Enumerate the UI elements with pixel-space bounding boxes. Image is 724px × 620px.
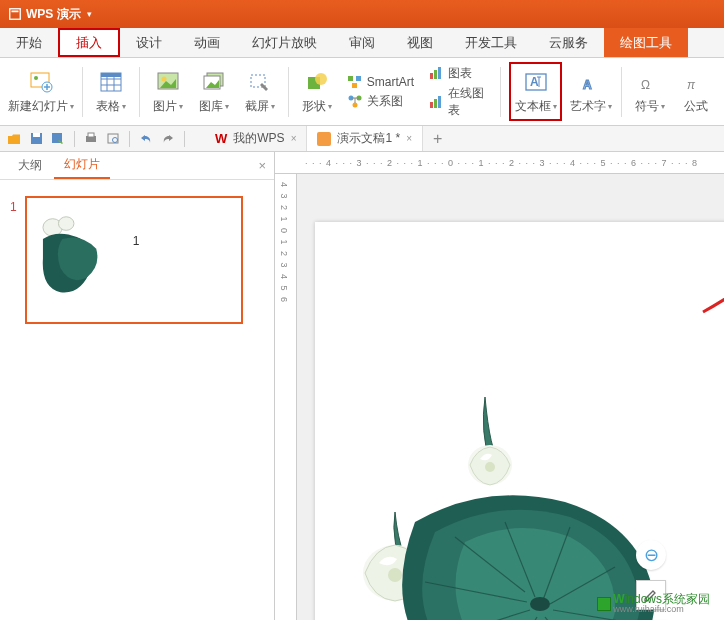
collapse-icon[interactable]: ⊖ xyxy=(636,540,666,570)
svg-rect-12 xyxy=(101,73,121,77)
relation-label: 关系图 xyxy=(367,93,403,110)
svg-text:Ω: Ω xyxy=(641,78,650,92)
picture-label: 图片 xyxy=(153,98,177,115)
tab-review[interactable]: 审阅 xyxy=(333,28,391,57)
chart-button[interactable]: 图表 xyxy=(428,65,488,82)
onlinechart-label: 在线图表 xyxy=(448,85,488,119)
ribbon-group-charts: SmartArt 关系图 xyxy=(343,74,418,110)
picture-button[interactable]: 图片▾ xyxy=(148,66,188,117)
gallery-button[interactable]: 图库▾ xyxy=(194,66,234,117)
separator xyxy=(621,67,622,117)
presentation-icon xyxy=(317,132,331,146)
screenshot-icon xyxy=(246,68,274,96)
lotus-image[interactable] xyxy=(345,392,675,620)
relation-icon xyxy=(347,93,363,109)
doctab-presentation[interactable]: 演示文稿1 * × xyxy=(307,126,423,151)
textbox-button[interactable]: A 文本框▾ xyxy=(509,62,562,121)
svg-point-56 xyxy=(530,597,550,611)
tab-slideshow[interactable]: 幻灯片放映 xyxy=(236,28,333,57)
svg-rect-34 xyxy=(434,99,437,108)
saveas-icon[interactable] xyxy=(50,131,66,147)
separator xyxy=(500,67,501,117)
relation-button[interactable]: 关系图 xyxy=(347,93,414,110)
title-dropdown-icon[interactable]: ▾ xyxy=(87,9,92,19)
svg-point-21 xyxy=(315,73,327,85)
symbol-icon: Ω xyxy=(636,68,664,96)
svg-rect-0 xyxy=(10,9,21,20)
work-area: 大纲 幻灯片 × 1 1 · · · 4 · · · 3 · · · 2 · xyxy=(0,152,724,620)
separator xyxy=(129,131,130,147)
svg-point-51 xyxy=(58,217,73,231)
shape-button[interactable]: 形状▾ xyxy=(297,66,337,117)
textbox-icon: A xyxy=(522,68,550,96)
new-tab-button[interactable]: + xyxy=(423,130,452,148)
tab-dev[interactable]: 开发工具 xyxy=(449,28,533,57)
table-label: 表格 xyxy=(96,98,120,115)
tab-start[interactable]: 开始 xyxy=(0,28,58,57)
new-slide-icon xyxy=(27,68,55,96)
svg-rect-22 xyxy=(348,76,353,81)
tab-view[interactable]: 视图 xyxy=(391,28,449,57)
tab-design[interactable]: 设计 xyxy=(120,28,178,57)
svg-rect-33 xyxy=(430,102,433,108)
doctab-mywps-label: 我的WPS xyxy=(233,130,284,147)
wps-icon: W xyxy=(215,131,227,146)
app-title: WPS 演示 xyxy=(26,6,81,23)
formula-button[interactable]: π 公式 xyxy=(676,66,716,117)
separator xyxy=(139,67,140,117)
slides-tab[interactable]: 幻灯片 xyxy=(54,152,110,179)
screenshot-label: 截屏 xyxy=(245,98,269,115)
open-icon[interactable] xyxy=(6,131,22,147)
gallery-icon xyxy=(200,68,228,96)
tab-draw[interactable]: 绘图工具 xyxy=(604,28,688,57)
quick-access-toolbar: W 我的WPS × 演示文稿1 * × + xyxy=(0,126,724,152)
undo-icon[interactable] xyxy=(138,131,154,147)
ribbon-group-charts2: 图表 在线图表 xyxy=(424,65,492,119)
svg-rect-44 xyxy=(33,133,40,137)
svg-rect-30 xyxy=(430,73,433,79)
separator xyxy=(74,131,75,147)
close-icon[interactable]: × xyxy=(406,133,412,144)
title-bar: WPS 演示 ▾ xyxy=(0,0,724,28)
save-icon[interactable] xyxy=(28,131,44,147)
svg-rect-35 xyxy=(438,96,441,108)
new-slide-button[interactable]: 新建幻灯片▾ xyxy=(8,66,74,117)
print-icon[interactable] xyxy=(83,131,99,147)
svg-point-3 xyxy=(34,76,38,80)
tab-anim[interactable]: 动画 xyxy=(178,28,236,57)
slide-thumbnail[interactable]: 1 xyxy=(25,196,243,324)
close-icon[interactable]: × xyxy=(291,133,297,144)
svg-rect-31 xyxy=(434,70,437,79)
chart-icon xyxy=(428,65,444,81)
tab-insert[interactable]: 插入 xyxy=(58,28,120,57)
onlinechart-button[interactable]: 在线图表 xyxy=(428,85,488,119)
svg-point-49 xyxy=(113,138,118,143)
tab-cloud[interactable]: 云服务 xyxy=(533,28,604,57)
doctab-mywps[interactable]: W 我的WPS × xyxy=(205,126,307,151)
wordart-button[interactable]: A 艺术字▾ xyxy=(568,66,613,117)
formula-icon: π xyxy=(682,68,710,96)
symbol-button[interactable]: Ω 符号▾ xyxy=(630,66,670,117)
outline-tab[interactable]: 大纲 xyxy=(8,153,52,178)
separator xyxy=(82,67,83,117)
svg-rect-32 xyxy=(438,67,441,79)
picture-icon xyxy=(154,68,182,96)
smartart-button[interactable]: SmartArt xyxy=(347,74,414,90)
doctab-pres-label: 演示文稿1 * xyxy=(337,130,400,147)
slide-panel: 大纲 幻灯片 × 1 1 xyxy=(0,152,275,620)
thumbnail-inner-number: 1 xyxy=(133,234,140,248)
svg-point-53 xyxy=(485,462,495,472)
screenshot-button[interactable]: 截屏▾ xyxy=(240,66,280,117)
separator xyxy=(184,131,185,147)
horizontal-ruler: · · · 4 · · · 3 · · · 2 · · · 1 · · · 0 … xyxy=(275,152,724,174)
table-icon xyxy=(97,68,125,96)
preview-icon[interactable] xyxy=(105,131,121,147)
separator xyxy=(288,67,289,117)
redo-icon[interactable] xyxy=(160,131,176,147)
watermark-url: www.ruihaifu.com xyxy=(613,605,710,614)
svg-rect-23 xyxy=(356,76,361,81)
thumbnail-list: 1 1 xyxy=(0,180,274,620)
svg-text:π: π xyxy=(687,78,696,92)
table-button[interactable]: 表格▾ xyxy=(91,66,131,117)
panel-close-icon[interactable]: × xyxy=(258,158,266,173)
